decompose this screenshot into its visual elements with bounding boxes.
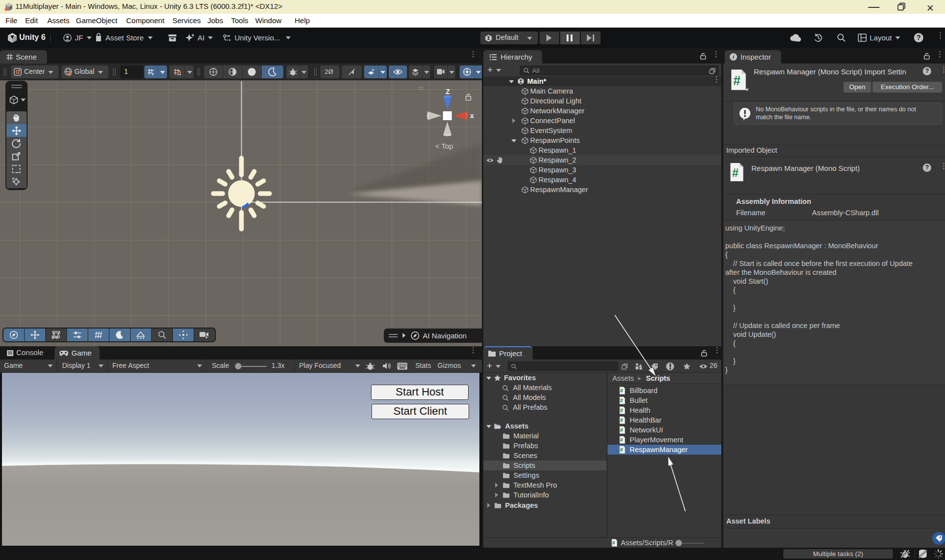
svg-text:#: # <box>620 447 623 453</box>
svg-text:x: x <box>470 112 474 120</box>
svg-text:#: # <box>620 437 623 443</box>
svg-text:Y: Y <box>151 72 154 76</box>
svg-text:#: # <box>733 73 741 88</box>
svg-text:#: # <box>732 166 739 179</box>
svg-text:#: # <box>620 388 623 394</box>
svg-text:< Top: < Top <box>435 142 453 150</box>
svg-text:#: # <box>620 397 623 403</box>
svg-text:#: # <box>612 540 615 546</box>
svg-text:#: # <box>620 417 623 423</box>
svg-text:#: # <box>620 407 623 413</box>
svg-text:#: # <box>620 427 623 433</box>
svg-text:Z: Z <box>446 88 450 96</box>
